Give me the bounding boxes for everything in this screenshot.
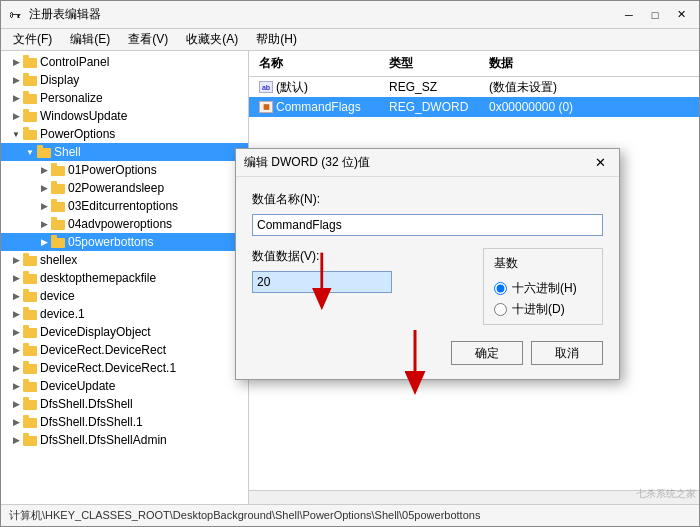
- tree-label: DfsShell.DfsShell.1: [40, 415, 143, 429]
- expand-icon: ▶: [9, 73, 23, 87]
- tree-label: Personalize: [40, 91, 103, 105]
- tree-item-01poweroptions[interactable]: ▶ 01PowerOptions: [1, 161, 248, 179]
- tree-item-dfsshell1[interactable]: ▶ DfsShell.DfsShell.1: [1, 413, 248, 431]
- details-row-commandflags[interactable]: ▦ CommandFlags REG_DWORD 0x00000000 (0): [249, 97, 699, 117]
- maximize-button[interactable]: □: [643, 5, 667, 25]
- col-type-header: 类型: [383, 53, 483, 74]
- dec-radio[interactable]: [494, 303, 507, 316]
- expand-icon: ▼: [23, 145, 37, 159]
- folder-icon: [23, 74, 37, 86]
- expand-icon: ▼: [9, 127, 23, 141]
- cell-name-default: ab (默认): [253, 79, 383, 96]
- cancel-button[interactable]: 取消: [531, 341, 603, 365]
- tree-item-personalize[interactable]: ▶ Personalize: [1, 89, 248, 107]
- tree-item-deviceupdate[interactable]: ▶ DeviceUpdate: [1, 377, 248, 395]
- title-bar-left: 🗝 注册表编辑器: [7, 6, 101, 23]
- folder-icon: [23, 380, 37, 392]
- dialog-titlebar: 编辑 DWORD (32 位)值 ✕: [236, 149, 619, 177]
- folder-icon: [51, 182, 65, 194]
- expand-icon: ▶: [9, 433, 23, 447]
- tree-item-03editcurrent[interactable]: ▶ 03Editcurrentoptions: [1, 197, 248, 215]
- tree-label: 01PowerOptions: [68, 163, 157, 177]
- expand-icon: ▶: [9, 109, 23, 123]
- name-input[interactable]: [252, 214, 603, 236]
- title-bar-controls: ─ □ ✕: [617, 5, 693, 25]
- expand-icon: ▶: [37, 217, 51, 231]
- cell-data-commandflags: 0x00000000 (0): [483, 100, 695, 114]
- tree-label: 04advpoweroptions: [68, 217, 172, 231]
- folder-icon: [23, 92, 37, 104]
- expand-icon: ▶: [9, 271, 23, 285]
- tree-item-shell[interactable]: ▼ Shell: [1, 143, 248, 161]
- folder-icon: [23, 326, 37, 338]
- base-title: 基数: [494, 255, 592, 272]
- details-row-default[interactable]: ab (默认) REG_SZ (数值未设置): [249, 77, 699, 97]
- ok-button[interactable]: 确定: [451, 341, 523, 365]
- menu-help[interactable]: 帮助(H): [248, 29, 305, 50]
- tree-label: DeviceUpdate: [40, 379, 115, 393]
- tree-item-devicedisplay[interactable]: ▶ DeviceDisplayObject: [1, 323, 248, 341]
- col-data-header: 数据: [483, 53, 695, 74]
- tree-label: DeviceRect.DeviceRect: [40, 343, 166, 357]
- folder-icon: [23, 272, 37, 284]
- expand-icon: ▶: [37, 199, 51, 213]
- tree-item-04advpower[interactable]: ▶ 04advpoweroptions: [1, 215, 248, 233]
- tree-item-02powerandsleep[interactable]: ▶ 02Powerandsleep: [1, 179, 248, 197]
- folder-icon: [23, 290, 37, 302]
- menu-file[interactable]: 文件(F): [5, 29, 60, 50]
- cell-data-default: (数值未设置): [483, 79, 695, 96]
- data-label: 数值数据(V):: [252, 248, 471, 265]
- folder-icon: [23, 362, 37, 374]
- folder-icon: [51, 218, 65, 230]
- dec-radio-row[interactable]: 十进制(D): [494, 301, 592, 318]
- expand-icon: ▶: [9, 415, 23, 429]
- hex-radio-row[interactable]: 十六进制(H): [494, 280, 592, 297]
- menu-edit[interactable]: 编辑(E): [62, 29, 118, 50]
- horizontal-scrollbar[interactable]: [249, 490, 699, 504]
- expand-icon: ▶: [37, 163, 51, 177]
- cell-type-commandflags: REG_DWORD: [383, 100, 483, 114]
- minimize-button[interactable]: ─: [617, 5, 641, 25]
- tree-item-poweroptions[interactable]: ▼ PowerOptions: [1, 125, 248, 143]
- tree-item-desktoptheme[interactable]: ▶ desktopthemepackfile: [1, 269, 248, 287]
- tree-item-05powerbottons[interactable]: ▶ 05powerbottons: [1, 233, 248, 251]
- expand-icon: ▶: [9, 325, 23, 339]
- hex-radio[interactable]: [494, 282, 507, 295]
- edit-dword-dialog: 编辑 DWORD (32 位)值 ✕ 数值名称(N): 数值数据(V): 基数 …: [235, 148, 620, 380]
- folder-icon: [51, 164, 65, 176]
- tree-item-device[interactable]: ▶ device: [1, 287, 248, 305]
- tree-item-dfsshellAdmin[interactable]: ▶ DfsShell.DfsShellAdmin: [1, 431, 248, 449]
- dec-label: 十进制(D): [512, 301, 565, 318]
- tree-item-display[interactable]: ▶ Display: [1, 71, 248, 89]
- dialog-close-button[interactable]: ✕: [589, 152, 611, 174]
- tree-label: ControlPanel: [40, 55, 109, 69]
- tree-label: DfsShell.DfsShellAdmin: [40, 433, 167, 447]
- tree-label: shellex: [40, 253, 77, 267]
- data-input[interactable]: [252, 271, 392, 293]
- tree-item-devicerect1[interactable]: ▶ DeviceRect.DeviceRect.1: [1, 359, 248, 377]
- tree-item-devicerect[interactable]: ▶ DeviceRect.DeviceRect: [1, 341, 248, 359]
- value-name: (默认): [276, 79, 308, 96]
- cell-type-default: REG_SZ: [383, 80, 483, 94]
- tree-item-device1[interactable]: ▶ device.1: [1, 305, 248, 323]
- tree-item-shellex[interactable]: ▶ shellex: [1, 251, 248, 269]
- col-name-header: 名称: [253, 53, 383, 74]
- tree-item-controlpanel[interactable]: ▶ ControlPanel: [1, 53, 248, 71]
- menu-view[interactable]: 查看(V): [120, 29, 176, 50]
- folder-icon: [37, 146, 51, 158]
- folder-icon: [23, 308, 37, 320]
- folder-icon: [23, 434, 37, 446]
- expand-icon: ▶: [9, 361, 23, 375]
- menu-favorites[interactable]: 收藏夹(A): [178, 29, 246, 50]
- expand-icon: ▶: [9, 289, 23, 303]
- close-button[interactable]: ✕: [669, 5, 693, 25]
- value-section: 数值数据(V):: [252, 248, 471, 293]
- tree-item-windowsupdate[interactable]: ▶ WindowsUpdate: [1, 107, 248, 125]
- tree-label: WindowsUpdate: [40, 109, 127, 123]
- tree-panel[interactable]: ▶ ControlPanel ▶ Display ▶ Personalize ▶…: [1, 51, 249, 504]
- name-label: 数值名称(N):: [252, 191, 603, 208]
- expand-icon: ▶: [9, 253, 23, 267]
- folder-icon: [23, 110, 37, 122]
- tree-item-dfsshell[interactable]: ▶ DfsShell.DfsShell: [1, 395, 248, 413]
- expand-icon: ▶: [9, 397, 23, 411]
